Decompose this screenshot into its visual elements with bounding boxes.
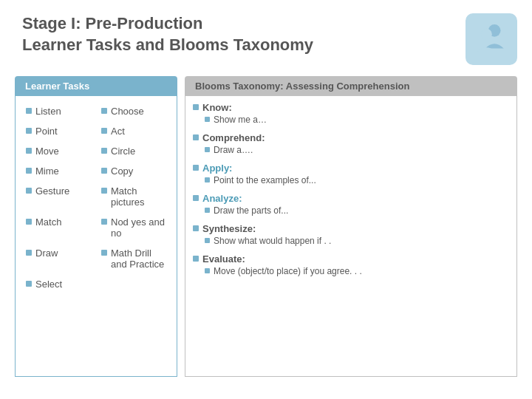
taxonomy-sub: Show what would happen if . . (193, 236, 509, 246)
bullet-icon (205, 208, 210, 213)
bullet-icon (101, 128, 107, 134)
right-panel-header: Blooms Taxonomy: Assessing Comprehension (185, 76, 517, 96)
list-item: Match pictures (98, 182, 169, 211)
list-item: Choose (98, 102, 169, 120)
list-item: Copy (98, 162, 169, 180)
list-item: Act (98, 122, 169, 140)
header-icon (466, 13, 517, 65)
bullet-icon (101, 168, 107, 174)
left-panel-header: Learner Tasks (15, 76, 177, 96)
taxonomy-evaluate: Evaluate: Move (object/to place) if you … (193, 253, 509, 276)
taxonomy-title: Synthesize: (193, 223, 509, 234)
list-item: Gesture (23, 182, 94, 211)
taxonomy-title: Analyze: (193, 193, 509, 204)
bullet-icon (101, 108, 107, 114)
content: Learner Tasks Listen Choose Point Act (0, 76, 532, 384)
list-item: Match (23, 213, 94, 242)
list-item: Draw (23, 244, 94, 273)
bullet-icon (101, 219, 107, 225)
bullet-icon (26, 188, 32, 194)
list-item: Move (23, 142, 94, 160)
list-item: Math Drill and Practice (98, 244, 169, 273)
bullet-icon (26, 281, 32, 287)
list-item: Nod yes and no (98, 213, 169, 242)
taxonomy-apply: Apply: Point to the examples of... (193, 163, 509, 185)
bullet-icon (205, 238, 210, 243)
bullet-icon (205, 147, 210, 152)
bullet-icon (205, 177, 210, 183)
bullet-icon (26, 128, 32, 134)
bullet-icon (193, 104, 199, 110)
bullet-icon (101, 148, 107, 154)
taxonomy-title: Know: (193, 102, 509, 113)
taxonomy-sub: Move (object/to place) if you agree. . . (193, 266, 509, 276)
page: Stage I: Pre-Production Learner Tasks an… (0, 0, 532, 399)
page-title: Stage I: Pre-Production Learner Tasks an… (22, 13, 313, 55)
taxonomy-sub: Draw a…. (193, 145, 509, 155)
bullet-icon (26, 168, 32, 174)
bullet-icon (193, 134, 199, 140)
header: Stage I: Pre-Production Learner Tasks an… (0, 0, 532, 72)
bullet-icon (193, 195, 199, 201)
taxonomy-sub: Show me a… (193, 115, 509, 125)
bullet-icon (101, 188, 107, 194)
list-item: Mime (23, 162, 94, 180)
taxonomy-know: Know: Show me a… (193, 102, 509, 125)
list-item: Circle (98, 142, 169, 160)
right-panel-body: Know: Show me a… Comprehend: Dr (185, 96, 517, 377)
taxonomy-title: Comprehend: (193, 132, 509, 143)
bullet-icon (101, 250, 107, 256)
bullet-icon (26, 250, 32, 256)
bullet-icon (26, 148, 32, 154)
bullet-icon (193, 256, 199, 262)
left-panel: Learner Tasks Listen Choose Point Act (15, 76, 177, 377)
svg-point-1 (481, 29, 492, 40)
left-panel-body: Listen Choose Point Act Move (15, 96, 177, 377)
list-item: Listen (23, 102, 94, 120)
taxonomy-title: Evaluate: (193, 253, 509, 265)
taxonomy-title: Apply: (193, 163, 509, 174)
bullet-icon (205, 268, 210, 273)
bullet-icon (26, 219, 32, 225)
bullet-icon (26, 108, 32, 114)
taxonomy-comprehend: Comprehend: Draw a…. (193, 132, 509, 155)
right-panel: Blooms Taxonomy: Assessing Comprehension… (185, 76, 517, 377)
bullet-icon (193, 165, 199, 171)
taxonomy-synthesize: Synthesize: Show what would happen if . … (193, 223, 509, 246)
taxonomy-analyze: Analyze: Draw the parts of... (193, 193, 509, 216)
bullet-icon (193, 225, 199, 231)
list-item: Select (23, 275, 94, 293)
list-item: Point (23, 122, 94, 140)
taxonomy-sub: Draw the parts of... (193, 205, 509, 216)
bullet-icon (205, 117, 210, 122)
taxonomy-sub: Point to the examples of... (193, 175, 509, 185)
